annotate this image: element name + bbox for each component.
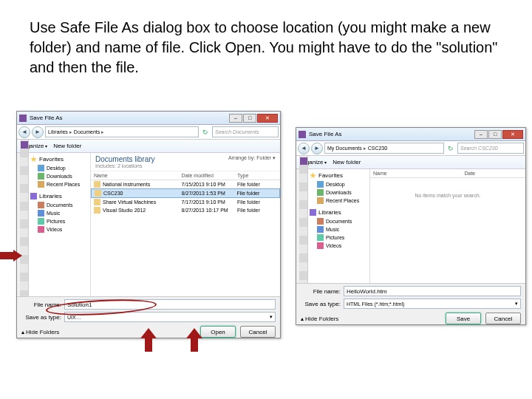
hide-folders-toggle[interactable]: ▴Hide Folders [301, 316, 338, 322]
titlebar[interactable]: Save File As – □ ✕ [17, 112, 280, 125]
refresh-icon[interactable]: ↻ [200, 127, 211, 137]
sidebar-item-desktop[interactable]: Desktop [27, 164, 90, 172]
arrange-by-dropdown[interactable]: Arrange by: Folder ▾ [228, 155, 276, 161]
breadcrumb-part[interactable]: CSC230 [368, 146, 387, 151]
libraries-header[interactable]: Libraries [27, 191, 90, 201]
col-date[interactable]: Date modified [182, 173, 237, 178]
breadcrumb[interactable]: Libraries ▸ Documents ▸ [45, 126, 199, 137]
nav-bar: ◄ ► Libraries ▸ Documents ▸ ↻ Search Doc… [17, 125, 280, 140]
search-input[interactable]: Search CSC230 [457, 143, 524, 154]
vs-sidebar-strip [20, 140, 29, 296]
toolbar: Organize New folder [17, 140, 280, 153]
folder-row[interactable]: Visual Studio 2012 8/27/2013 10:17 PM Fi… [91, 206, 280, 214]
sidebar-item-music[interactable]: Music [27, 209, 90, 217]
sidebar-item-downloads[interactable]: Downloads [307, 188, 369, 197]
titlebar[interactable]: Save File As – □ ✕ [296, 128, 525, 141]
refresh-icon[interactable]: ↻ [446, 143, 456, 154]
search-input[interactable]: Search Documents [212, 126, 279, 137]
star-icon [30, 156, 37, 163]
favorites-header[interactable]: Favorites [307, 171, 369, 180]
close-button[interactable]: ✕ [502, 130, 523, 139]
cancel-button[interactable]: Cancel [240, 326, 276, 338]
folder-row-selected[interactable]: CSC230 8/27/2013 1:53 PM File folder [91, 188, 280, 198]
col-name[interactable]: Name [94, 173, 182, 178]
new-folder-button[interactable]: New folder [332, 159, 361, 166]
videos-icon [317, 242, 324, 249]
chevron-up-icon: ▴ [21, 329, 24, 335]
back-button[interactable]: ◄ [298, 143, 310, 154]
sidebar-item-recent[interactable]: Recent Places [27, 180, 90, 188]
content-header: Documents library Includes: 2 locations … [91, 153, 280, 171]
desktop-icon [317, 181, 324, 188]
videos-icon [38, 226, 44, 233]
sidebar-item-pictures[interactable]: Pictures [307, 233, 369, 242]
breadcrumb-part[interactable]: Libraries [48, 129, 68, 134]
empty-message: No items match your search. [370, 178, 525, 213]
music-icon [317, 226, 324, 233]
instruction-text: Use Safe File As dialog box to choose lo… [30, 18, 502, 78]
chevron-right-icon: ▸ [101, 129, 104, 135]
sidebar-item-pictures[interactable]: Pictures [27, 217, 90, 225]
col-type[interactable]: Type [237, 173, 277, 178]
file-name-label: File name: [301, 288, 341, 295]
libraries-header[interactable]: Libraries [307, 208, 369, 217]
annotation-arrow-open [186, 328, 202, 352]
sidebar-item-videos[interactable]: Videos [27, 225, 90, 233]
minimize-button[interactable]: – [474, 130, 488, 139]
col-date[interactable]: Date [464, 171, 522, 176]
breadcrumb-part[interactable]: Documents [74, 129, 100, 134]
toolbar: Organize New folder [296, 156, 525, 169]
folder-icon [94, 207, 100, 214]
save-button[interactable]: Save [446, 313, 481, 324]
folder-row[interactable]: National Instruments 7/15/2013 9:10 PM F… [91, 180, 280, 188]
library-subtitle: Includes: 2 locations [95, 163, 276, 168]
breadcrumb[interactable]: My Documents ▸ CSC230 [324, 143, 444, 154]
vs-logo-icon [300, 157, 307, 165]
save-type-dropdown[interactable]: HTML Files (*.htm;*.html)▾ [344, 299, 521, 309]
forward-button[interactable]: ► [32, 126, 44, 138]
folder-icon [95, 190, 101, 197]
back-button[interactable]: ◄ [18, 126, 30, 138]
vs-sidebar-strip [299, 156, 308, 283]
sidebar-item-downloads[interactable]: Downloads [27, 172, 90, 180]
save-type-label: Save as type: [301, 301, 341, 307]
favorites-header[interactable]: Favorites [27, 154, 90, 164]
folder-icon [94, 181, 100, 188]
column-headers[interactable]: Name Date [370, 169, 525, 178]
file-list-content: Documents library Includes: 2 locations … [91, 153, 280, 296]
sidebar-item-documents[interactable]: Documents [27, 201, 90, 209]
dialog-footer: File name: HelloWorld.htm Save as type: … [296, 283, 525, 324]
open-button[interactable]: Open [200, 326, 236, 338]
close-button[interactable]: ✕ [257, 114, 278, 123]
file-name-input[interactable]: HelloWorld.htm [344, 286, 521, 296]
libraries-icon [310, 209, 316, 216]
breadcrumb-part[interactable]: My Documents [327, 146, 362, 151]
maximize-button[interactable]: □ [488, 130, 502, 139]
file-list-content: Name Date No items match your search. [370, 169, 525, 283]
col-name[interactable]: Name [373, 171, 464, 176]
save-dialog-right: Save File As – □ ✕ ◄ ► My Documents ▸ CS… [296, 127, 526, 325]
sidebar-item-documents[interactable]: Documents [307, 217, 369, 225]
column-headers[interactable]: Name Date modified Type [91, 171, 280, 180]
annotation-arrow-libraries [0, 250, 24, 262]
minimize-button[interactable]: – [229, 114, 242, 123]
hide-folders-toggle[interactable]: ▴Hide Folders [21, 329, 59, 335]
folder-row[interactable]: Share Virtual Machines 7/17/2013 9:10 PM… [91, 198, 280, 206]
cancel-button[interactable]: Cancel [485, 313, 521, 324]
libraries-icon [30, 193, 37, 200]
chevron-down-icon: ▾ [515, 301, 518, 307]
sidebar-item-desktop[interactable]: Desktop [307, 180, 369, 188]
new-folder-button[interactable]: New folder [53, 143, 81, 149]
pictures-icon [38, 218, 44, 225]
sidebar-item-music[interactable]: Music [307, 225, 369, 233]
downloads-icon [38, 173, 44, 180]
nav-sidebar: Favorites Desktop Downloads Recent Place… [307, 169, 370, 283]
maximize-button[interactable]: □ [243, 114, 256, 123]
folder-icon [94, 199, 100, 205]
sidebar-item-recent[interactable]: Recent Places [307, 197, 369, 205]
pictures-icon [317, 234, 324, 241]
sidebar-item-videos[interactable]: Videos [307, 242, 369, 250]
forward-button[interactable]: ► [311, 143, 323, 154]
star-icon [310, 172, 316, 179]
save-type-label: Save as type: [21, 314, 61, 321]
